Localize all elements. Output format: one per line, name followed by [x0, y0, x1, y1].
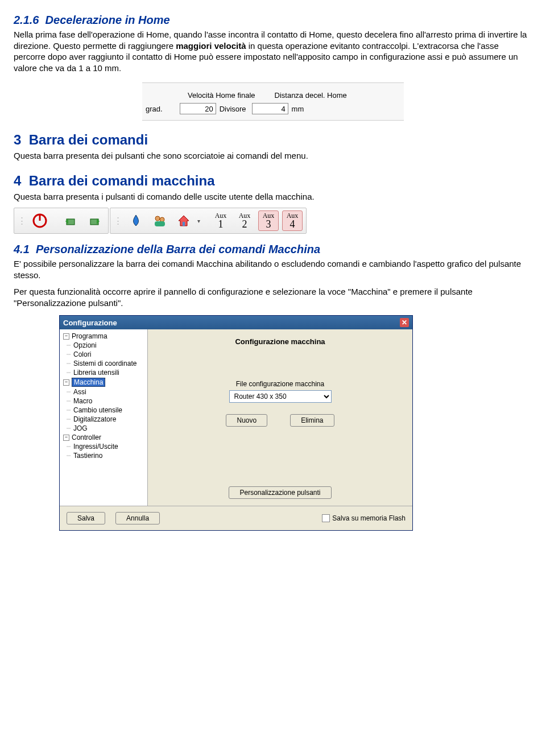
tree-colori[interactable]: Colori: [73, 350, 91, 358]
personalizzazione-button[interactable]: Personalizzazione pulsanti: [229, 486, 331, 499]
config-heading: Configurazione macchina: [158, 337, 402, 346]
tree-programma[interactable]: Programma: [72, 332, 107, 340]
elimina-button[interactable]: Elimina: [290, 414, 334, 427]
heading-2-1-6: 2.1.6 Decelerazione in Home: [14, 14, 532, 27]
tree-libreria[interactable]: Libreria utensili: [73, 369, 119, 377]
file-config-select[interactable]: Router 430 x 350: [229, 390, 332, 403]
tree-io[interactable]: Ingressi/Uscite: [73, 443, 118, 451]
file-config-label: File configurazione macchina: [158, 380, 402, 388]
carousel-right-button[interactable]: [84, 210, 105, 231]
label-mm: mm: [292, 105, 304, 113]
dialog-title: Configurazione: [63, 319, 117, 327]
tree-opzioni[interactable]: Opzioni: [73, 341, 97, 349]
dropdown-arrow-icon[interactable]: ▾: [197, 218, 200, 224]
users-button[interactable]: [150, 210, 170, 231]
config-main-panel: Configurazione macchina File configurazi…: [148, 329, 412, 506]
toolbar-panel-1: ⋮: [14, 208, 109, 234]
tree-tastierino[interactable]: Tastierino: [73, 452, 102, 460]
aux-4-button[interactable]: Aux4: [282, 210, 303, 231]
machine-toolbar: ⋮ ⋮ ▾ Aux1 Aux2 Aux3: [14, 208, 532, 234]
tree-controller[interactable]: Controller: [72, 433, 101, 441]
label-distanza-decel: Distanza decel. Home: [275, 91, 347, 100]
aux-2-button[interactable]: Aux2: [234, 210, 255, 231]
salva-button[interactable]: Salva: [67, 512, 105, 524]
paragraph-216: Nella prima fase dell'operazione di Home…: [14, 29, 532, 73]
tree-macchina[interactable]: Macchina: [72, 378, 105, 387]
carousel-left-button[interactable]: [60, 210, 81, 231]
aux-3-button[interactable]: Aux3: [258, 210, 279, 231]
coolant-button[interactable]: [126, 210, 146, 231]
tree-assi[interactable]: Assi: [73, 388, 86, 396]
paragraph-4: Questa barra presenta i pulsanti di coma…: [14, 191, 532, 203]
paragraph-41a: E' possibile personalizzare la barra dei…: [14, 258, 532, 280]
svg-point-4: [155, 216, 160, 221]
nuovo-button[interactable]: Nuovo: [226, 414, 267, 427]
dialog-titlebar[interactable]: Configurazione ✕: [60, 316, 412, 329]
aux-1-button[interactable]: Aux1: [210, 210, 231, 231]
power-button[interactable]: [30, 210, 50, 231]
close-icon[interactable]: ✕: [400, 318, 409, 327]
svg-rect-6: [155, 221, 165, 226]
annulla-button[interactable]: Annulla: [115, 512, 160, 524]
tree-collapse-icon[interactable]: −: [63, 379, 69, 386]
configuration-dialog: Configurazione ✕ −Programma Opzioni Colo…: [59, 315, 413, 531]
paragraph-3: Questa barra presenta dei pulsanti che s…: [14, 150, 532, 162]
input-distanza[interactable]: [252, 103, 288, 114]
tree-sistemi[interactable]: Sistemi di coordinate: [73, 360, 136, 367]
flash-checkbox[interactable]: [322, 514, 330, 522]
screenshot-home-decel: Velocità Home finale Distanza decel. Hom…: [142, 82, 404, 121]
toolbar-panel-2: ⋮ ▾ Aux1 Aux2 Aux3 Aux4: [110, 208, 307, 234]
input-velocita[interactable]: [180, 103, 216, 114]
heading-4-1: 4.1 Personalizzazione della Barra dei co…: [14, 243, 532, 256]
config-tree: −Programma Opzioni Colori Sistemi di coo…: [60, 329, 148, 506]
tree-collapse-icon[interactable]: −: [63, 435, 69, 441]
tree-jog[interactable]: JOG: [73, 424, 88, 432]
heading-4: 4 Barra dei comandi macchina: [14, 173, 532, 189]
label-divisore: Divisore: [220, 105, 246, 113]
dialog-footer: Salva Annulla Salva su memoria Flash: [60, 506, 412, 530]
paragraph-41b: Per questa funzionalità occorre aprire i…: [14, 286, 532, 308]
tree-macro[interactable]: Macro: [73, 397, 92, 405]
label-velocita-home: Velocità Home finale: [188, 91, 255, 100]
tree-cambio[interactable]: Cambio utensile: [73, 406, 122, 414]
svg-rect-7: [183, 222, 185, 226]
tree-digitalizzatore[interactable]: Digitalizzatore: [73, 415, 116, 423]
heading-3: 3 Barra dei comandi: [14, 132, 532, 148]
tree-collapse-icon[interactable]: −: [63, 333, 69, 340]
flash-label: Salva su memoria Flash: [332, 514, 406, 522]
section-title: Decelerazione in Home: [46, 14, 170, 26]
section-num: 2.1.6: [14, 14, 39, 26]
home-machine-button[interactable]: [173, 210, 194, 231]
svg-point-5: [160, 217, 164, 222]
label-grad: grad.: [146, 105, 163, 113]
